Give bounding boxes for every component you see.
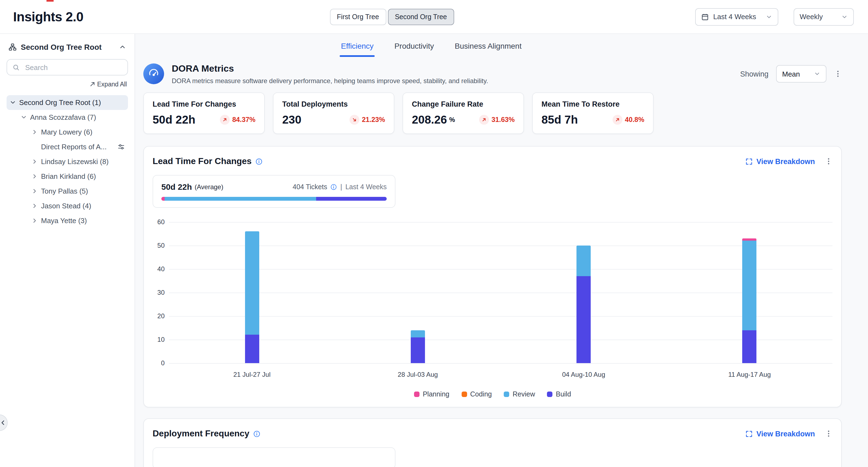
x-axis-labels: 21 Jul-27 Jul28 Jul-03 Aug04 Aug-10 Aug1…: [169, 371, 832, 378]
plot-area: [169, 222, 832, 363]
lead-time-summary-card: 50d 22h (Average) 404 Tickets | Last 4 W…: [153, 175, 396, 208]
more-options-icon[interactable]: [825, 430, 832, 437]
chevron-right-icon[interactable]: [32, 188, 38, 194]
tree-item-maya-yette-3[interactable]: Maya Yette (3): [28, 213, 128, 228]
view-tabs: EfficiencyProductivityBusiness Alignment: [135, 34, 780, 57]
search-icon: [12, 64, 20, 71]
deployment-frequency-panel: Deployment Frequency View Breakdown: [143, 418, 842, 467]
bar-segment-planning: [742, 239, 757, 241]
summary-row: 50d 22h (Average) 404 Tickets | Last 4 W…: [161, 182, 387, 191]
metric-title: Lead Time For Changes: [153, 100, 255, 108]
metric-value: 230: [282, 113, 301, 126]
org-toggle-first-org-tree[interactable]: First Org Tree: [330, 8, 386, 25]
dora-header-controls: Showing Mean: [740, 65, 842, 83]
bar-segment-build: [577, 276, 591, 363]
insights-app: Insights 2.0 First Org TreeSecond Org Tr…: [0, 0, 868, 467]
average-qualifier: (Average): [195, 183, 223, 191]
tree-item-tony-pallas-5[interactable]: Tony Pallas (5): [28, 184, 128, 198]
tree-item-second-org-tree-root-1[interactable]: Second Org Tree Root (1): [6, 95, 128, 110]
tree-item-direct-reports-of-a[interactable]: Direct Reports of A...: [28, 139, 128, 154]
tree-item-lindsay-liszewski-8[interactable]: Lindsay Liszewski (8): [28, 154, 128, 169]
chevron-right-icon[interactable]: [32, 218, 38, 224]
deployment-panel-header: Deployment Frequency View Breakdown: [153, 429, 832, 439]
deployment-title: Deployment Frequency: [153, 429, 249, 439]
org-tree-icon: [9, 43, 17, 51]
org-tree: Second Org Tree Root (1)Anna Scozzafava …: [6, 95, 128, 228]
chevron-right-icon[interactable]: [32, 203, 38, 209]
sidebar-header: Second Org Tree Root: [6, 41, 128, 53]
stacked-bar-11-aug-17-aug[interactable]: [742, 239, 757, 363]
granularity-value: Weekly: [800, 12, 823, 21]
metric-change: 84.37%: [220, 115, 255, 125]
chevron-right-icon[interactable]: [32, 173, 38, 179]
info-icon[interactable]: [253, 430, 260, 437]
chevron-up-icon[interactable]: [119, 44, 126, 50]
legend-label: Build: [556, 391, 571, 398]
chevron-down-icon[interactable]: [21, 114, 27, 120]
phase-segment-build: [316, 197, 387, 201]
trend-down-icon: [349, 115, 359, 125]
bar-segment-review: [411, 330, 425, 337]
chevron-right-icon[interactable]: [32, 159, 38, 165]
chevron-down-icon: [766, 13, 772, 20]
app-title: Insights 2.0: [13, 9, 84, 24]
view-breakdown-label: View Breakdown: [756, 430, 815, 438]
view-breakdown-button[interactable]: View Breakdown: [745, 430, 815, 438]
chevron-right-icon[interactable]: [32, 129, 38, 135]
phase-segment-planning: [161, 197, 165, 201]
search-input[interactable]: [24, 63, 122, 72]
metric-value: 85d 7h: [541, 113, 578, 126]
tree-item-jason-stead-4[interactable]: Jason Stead (4): [28, 198, 128, 213]
tree-item-brian-kirkland-6[interactable]: Brian Kirkland (6): [28, 169, 128, 184]
legend-swatch: [504, 392, 509, 397]
bar-segment-build: [742, 330, 757, 363]
chevron-left-icon: [0, 419, 6, 426]
bar-segment-review: [245, 231, 259, 335]
average-value: 50d 22h: [161, 182, 192, 191]
phase-segment-review: [165, 197, 316, 201]
sidebar-search[interactable]: [6, 59, 128, 75]
granularity-dropdown[interactable]: Weekly: [794, 8, 854, 25]
dora-heading-text: DORA Metrics DORA metrics measure softwa…: [172, 63, 488, 85]
expand-all-button[interactable]: Expand All: [8, 81, 127, 88]
filter-sliders-icon[interactable]: [118, 143, 125, 150]
legend-item-build[interactable]: Build: [547, 391, 571, 398]
more-options-icon[interactable]: [834, 70, 842, 77]
legend-item-coding[interactable]: Coding: [461, 391, 492, 398]
calendar-icon: [701, 13, 709, 21]
tree-item-label: Jason Stead (4): [41, 202, 91, 210]
info-icon[interactable]: [330, 183, 337, 190]
legend-item-review[interactable]: Review: [504, 391, 535, 398]
x-axis-label: 11 Aug-17 Aug: [667, 371, 833, 378]
y-tick-label: 20: [157, 312, 165, 320]
gauge-icon: [148, 68, 160, 80]
tab-productivity[interactable]: Productivity: [393, 41, 435, 57]
tab-efficiency[interactable]: Efficiency: [340, 41, 375, 57]
legend-item-planning[interactable]: Planning: [414, 391, 449, 398]
stacked-bar-28-jul-03-aug[interactable]: [411, 330, 425, 363]
metric-title: Change Failure Rate: [412, 100, 515, 108]
tree-item-mary-lowery-6[interactable]: Mary Lowery (6): [28, 125, 128, 139]
info-icon[interactable]: [255, 158, 262, 165]
stacked-bar-04-aug-10-aug[interactable]: [577, 246, 591, 363]
view-breakdown-button[interactable]: View Breakdown: [745, 157, 815, 165]
metric-card-mean-time-to-restore: Mean Time To Restore85d 7h40.8%: [532, 92, 654, 134]
tree-item-label: Brian Kirkland (6): [41, 172, 96, 181]
aggregation-dropdown[interactable]: Mean: [776, 65, 827, 83]
metric-value: 50d 22h: [153, 113, 195, 126]
y-tick-label: 60: [157, 218, 165, 226]
org-toggle-second-org-tree[interactable]: Second Org Tree: [388, 8, 454, 25]
expand-all-icon: [89, 82, 95, 87]
stacked-bar-21-jul-27-jul[interactable]: [245, 231, 259, 363]
dora-logo-icon: [143, 63, 164, 84]
lead-time-title: Lead Time For Changes: [153, 156, 252, 166]
more-options-icon[interactable]: [825, 157, 832, 165]
x-axis-label: 28 Jul-03 Aug: [335, 371, 501, 378]
bar-segment-review: [577, 246, 591, 276]
metric-value-row: 50d 22h84.37%: [153, 113, 255, 126]
dora-metrics-header: DORA Metrics DORA metrics measure softwa…: [143, 63, 842, 85]
tab-business-alignment[interactable]: Business Alignment: [454, 41, 523, 57]
tree-item-anna-scozzafava-7[interactable]: Anna Scozzafava (7): [18, 110, 128, 125]
chevron-down-icon[interactable]: [10, 99, 16, 105]
date-range-dropdown[interactable]: Last 4 Weeks: [695, 8, 778, 25]
